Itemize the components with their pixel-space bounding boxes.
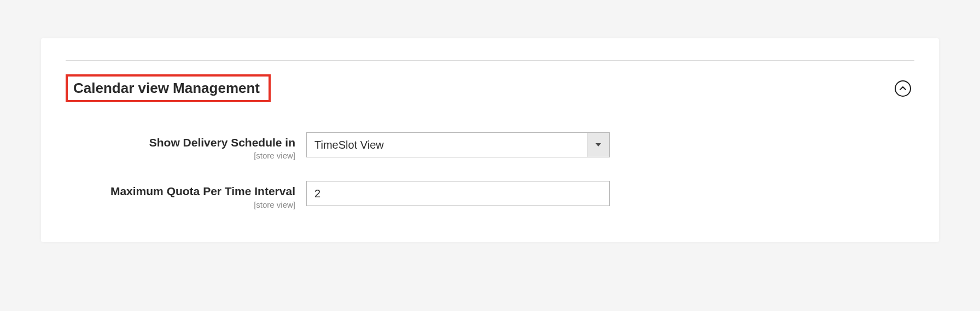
delivery-schedule-value[interactable]: TimeSlot View (306, 132, 610, 157)
control-col (306, 181, 610, 206)
divider (66, 60, 914, 61)
max-quota-input[interactable] (306, 181, 610, 206)
row-delivery-schedule: Show Delivery Schedule in [store view] T… (66, 132, 914, 160)
delivery-schedule-select[interactable]: TimeSlot View (306, 132, 610, 157)
form-body: Show Delivery Schedule in [store view] T… (66, 132, 914, 209)
max-quota-label: Maximum Quota Per Time Interval (66, 184, 295, 198)
select-arrow-button[interactable] (587, 132, 610, 157)
section-title-highlight: Calendar view Management (66, 74, 271, 102)
chevron-up-icon (900, 86, 906, 91)
section-title: Calendar view Management (73, 80, 260, 96)
row-max-quota: Maximum Quota Per Time Interval [store v… (66, 181, 914, 209)
section-header[interactable]: Calendar view Management (66, 74, 914, 102)
collapse-toggle[interactable] (895, 80, 911, 97)
max-quota-scope: [store view] (66, 200, 295, 209)
delivery-schedule-scope: [store view] (66, 151, 295, 160)
config-panel: Calendar view Management Show Delivery S… (41, 38, 939, 242)
delivery-schedule-label: Show Delivery Schedule in (66, 136, 295, 150)
label-col: Show Delivery Schedule in [store view] (66, 132, 306, 160)
caret-down-icon (596, 143, 601, 146)
control-col: TimeSlot View (306, 132, 610, 157)
label-col: Maximum Quota Per Time Interval [store v… (66, 181, 306, 209)
